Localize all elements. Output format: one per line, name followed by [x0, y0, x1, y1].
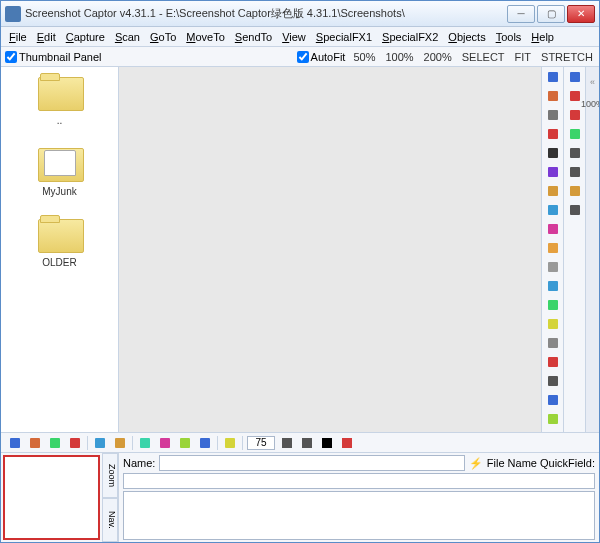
spin-value[interactable] [247, 436, 275, 450]
svg-rect-1 [548, 91, 558, 101]
thumbnail-panel-checkbox[interactable]: Thumbnail Panel [5, 51, 102, 63]
menu-moveto[interactable]: MoveTo [182, 30, 229, 44]
blur-icon[interactable] [545, 411, 561, 427]
zoom-50[interactable]: 50% [351, 51, 377, 63]
menu-view[interactable]: View [278, 30, 310, 44]
step-up[interactable] [279, 435, 295, 451]
pencil-icon[interactable] [545, 88, 561, 104]
brush-icon[interactable] [545, 126, 561, 142]
svg-rect-44 [200, 438, 210, 448]
svg-rect-32 [570, 167, 580, 177]
svg-rect-43 [180, 438, 190, 448]
menu-objects[interactable]: Objects [444, 30, 489, 44]
svg-rect-49 [342, 438, 352, 448]
redx-icon[interactable] [567, 107, 583, 123]
svg-rect-36 [30, 438, 40, 448]
svg-rect-14 [548, 338, 558, 348]
menu-scan[interactable]: Scan [111, 30, 144, 44]
svg-rect-34 [570, 205, 580, 215]
titlebar[interactable]: Screenshot Captor v4.31.1 - E:\Screensho… [1, 1, 599, 27]
zoom-select[interactable]: SELECT [460, 51, 507, 63]
svg-rect-39 [95, 438, 105, 448]
svg-rect-33 [570, 186, 580, 196]
navtab-nav[interactable]: Nav. [102, 498, 118, 543]
bottool-t1-icon[interactable] [7, 435, 23, 451]
memo-field[interactable] [123, 491, 595, 540]
close-button[interactable]: ✕ [567, 5, 595, 23]
svg-rect-18 [548, 414, 558, 424]
flag-icon[interactable] [339, 435, 355, 451]
svg-rect-27 [570, 72, 580, 82]
svg-rect-9 [548, 243, 558, 253]
config-icon[interactable] [545, 335, 561, 351]
zoom-100[interactable]: 100% [383, 51, 415, 63]
svg-rect-17 [548, 395, 558, 405]
fx2-icon[interactable] [545, 183, 561, 199]
eraser-icon[interactable] [545, 107, 561, 123]
maximize-button[interactable]: ▢ [537, 5, 565, 23]
menu-help[interactable]: Help [527, 30, 558, 44]
zoom-200[interactable]: 200% [422, 51, 454, 63]
grid-icon[interactable] [545, 392, 561, 408]
text-icon[interactable] [545, 145, 561, 161]
main-canvas[interactable] [119, 67, 541, 432]
quickfield-input[interactable] [123, 473, 595, 489]
bottool-t7-icon[interactable] [137, 435, 153, 451]
bottool-t11-icon[interactable] [222, 435, 238, 451]
zoom-fit[interactable]: FIT [513, 51, 534, 63]
globe-icon[interactable] [545, 297, 561, 313]
bw-icon[interactable] [319, 435, 335, 451]
nav-canvas[interactable] [3, 455, 100, 540]
link-icon[interactable]: ⚡ [469, 457, 483, 470]
autofit-checkbox[interactable]: AutoFit [297, 51, 346, 63]
bottool-t4-icon[interactable] [67, 435, 83, 451]
save2-icon[interactable] [567, 69, 583, 85]
svg-rect-15 [548, 357, 558, 367]
copy-icon[interactable] [567, 145, 583, 161]
menu-edit[interactable]: Edit [33, 30, 60, 44]
menu-file[interactable]: File [5, 30, 31, 44]
folder-item[interactable]: OLDER [36, 215, 84, 268]
menu-specialfx1[interactable]: SpecialFX1 [312, 30, 376, 44]
step-down[interactable] [299, 435, 315, 451]
menu-specialfx2[interactable]: SpecialFX2 [378, 30, 442, 44]
name-field[interactable] [159, 455, 464, 471]
bottool-t2-icon[interactable] [27, 435, 43, 451]
bottool-t3-icon[interactable] [47, 435, 63, 451]
menu-sendto[interactable]: SendTo [231, 30, 276, 44]
expand-icon[interactable]: « [590, 77, 595, 87]
side-zoom-label: 100% [581, 99, 599, 109]
clip-icon[interactable] [567, 183, 583, 199]
folder-item[interactable]: MyJunk [36, 144, 84, 197]
bottool-t6-icon[interactable] [112, 435, 128, 451]
folder-item[interactable]: .. [36, 73, 84, 126]
menu-goto[interactable]: GoTo [146, 30, 180, 44]
mail-icon[interactable] [545, 316, 561, 332]
target-icon[interactable] [545, 373, 561, 389]
bottool-t8-icon[interactable] [157, 435, 173, 451]
save-icon[interactable] [545, 69, 561, 85]
name-label: Name: [123, 457, 155, 469]
bottool-t9-icon[interactable] [177, 435, 193, 451]
folder-label: .. [57, 115, 63, 126]
star-icon[interactable] [545, 240, 561, 256]
new-icon[interactable] [567, 126, 583, 142]
bottool-t5-icon[interactable] [92, 435, 108, 451]
zoom-stretch[interactable]: STRETCH [539, 51, 595, 63]
menu-tools[interactable]: Tools [492, 30, 526, 44]
navtab-zoom[interactable]: Zoom [102, 453, 118, 498]
fx-icon[interactable] [545, 164, 561, 180]
bottool-t10-icon[interactable] [197, 435, 213, 451]
app-window: Screenshot Captor v4.31.1 - E:\Screensho… [0, 0, 600, 543]
colorpick-icon[interactable] [567, 202, 583, 218]
printer-icon[interactable] [545, 259, 561, 275]
menu-capture[interactable]: Capture [62, 30, 109, 44]
svg-rect-35 [10, 438, 20, 448]
disk-icon[interactable] [545, 278, 561, 294]
layers-icon[interactable] [545, 202, 561, 218]
svg-rect-41 [140, 438, 150, 448]
paste-icon[interactable] [567, 164, 583, 180]
record-icon[interactable] [545, 354, 561, 370]
minimize-button[interactable]: ─ [507, 5, 535, 23]
arrange-icon[interactable] [545, 221, 561, 237]
